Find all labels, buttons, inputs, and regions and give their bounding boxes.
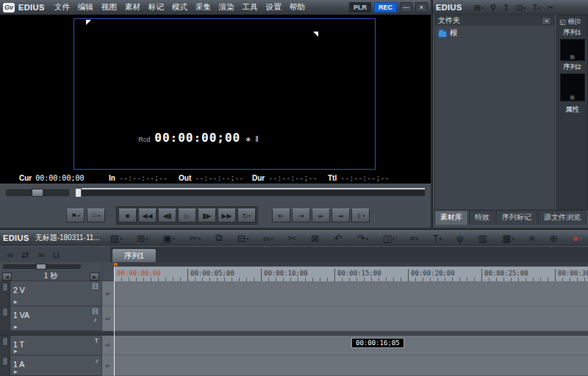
- jog-handle[interactable]: [32, 189, 43, 197]
- menu-edit[interactable]: 编辑: [74, 1, 97, 14]
- folder-tree-item-root[interactable]: 根: [438, 28, 551, 38]
- menu-view[interactable]: 视图: [98, 1, 121, 14]
- add-transition-button[interactable]: ◫▾: [383, 233, 395, 244]
- scale-left-button[interactable]: ◀: [2, 272, 12, 281]
- menu-settings[interactable]: 设置: [262, 1, 285, 14]
- menu-mode[interactable]: 模式: [168, 1, 191, 14]
- track-patch[interactable]: [0, 306, 10, 330]
- playhead-line[interactable]: [114, 267, 115, 376]
- zoom-slider[interactable]: [3, 264, 81, 269]
- audio-mute-icon[interactable]: ♪: [92, 316, 98, 323]
- timecode-scale[interactable]: 00:00:00;00 00:00:05;00 00:00:10;00 00:0…: [114, 267, 588, 281]
- track-header-1va[interactable]: 1 VA ▶ 日 ♪: [0, 306, 101, 331]
- set-in-button[interactable]: ⚑▾: [66, 209, 85, 223]
- tab-sequence1[interactable]: 序列1: [112, 248, 157, 262]
- timeline-ruler[interactable]: 00:00:00;00 00:00:05;00 00:00:10;00 00:0…: [114, 262, 588, 281]
- menu-render[interactable]: 渲染: [215, 1, 238, 14]
- video-mute-icon[interactable]: 日: [92, 308, 98, 315]
- save-project-button[interactable]: ▣▾: [163, 233, 175, 244]
- scale-right-button[interactable]: ▶: [90, 272, 99, 281]
- jog-slider[interactable]: [6, 189, 69, 196]
- clip-label-sequence2[interactable]: 序列2: [563, 62, 581, 72]
- tab-effects[interactable]: 特效: [469, 210, 495, 225]
- settings-button[interactable]: ⊕: [550, 233, 558, 244]
- open-project-button[interactable]: ⊞▾: [137, 233, 148, 244]
- redo-button[interactable]: ↷▾: [356, 233, 368, 244]
- layout-button[interactable]: ▦▾: [502, 233, 514, 244]
- tab-asset-library[interactable]: 素材库: [434, 210, 468, 225]
- menu-marker[interactable]: 标记: [145, 1, 168, 14]
- menu-file[interactable]: 文件: [51, 1, 74, 14]
- mixer-button[interactable]: ≡: [529, 233, 535, 244]
- clip-label-sequence1[interactable]: 序列1: [563, 28, 581, 37]
- export-record-button[interactable]: ●▾: [573, 233, 581, 244]
- play-button[interactable]: ▷: [178, 209, 196, 223]
- goto-out-button[interactable]: ⇥: [292, 209, 310, 223]
- position-bar[interactable]: [75, 188, 425, 196]
- replace-button[interactable]: ∞▾: [263, 233, 273, 244]
- track-patch[interactable]: [0, 336, 10, 355]
- up-level-button[interactable]: ↥: [503, 3, 509, 12]
- cut-button[interactable]: ✂: [547, 3, 553, 12]
- import-button[interactable]: ⊡▾: [516, 3, 526, 12]
- frame-back-button[interactable]: ◀▮: [158, 209, 176, 223]
- voiceover-button[interactable]: ψ: [456, 233, 463, 244]
- prev-edit-button[interactable]: ↞: [312, 209, 330, 223]
- audio-crossfade-button[interactable]: ≈▾: [409, 233, 417, 244]
- minimize-button[interactable]: —: [400, 2, 412, 12]
- time-scale-value[interactable]: 1 秒: [14, 271, 87, 281]
- view-mode-icon[interactable]: ◱: [559, 18, 566, 26]
- paste-button[interactable]: ⊟▾: [237, 233, 248, 244]
- rewind-button[interactable]: ◀◀: [138, 209, 157, 223]
- new-folder-button[interactable]: ⊞▾: [474, 3, 484, 12]
- rec-mode-button[interactable]: REC: [374, 2, 397, 12]
- insert-mode-icon[interactable]: ⊔: [53, 250, 60, 260]
- clip-thumbnail-sequence2[interactable]: ▤: [560, 73, 585, 101]
- add-title-button[interactable]: T▾: [532, 3, 540, 12]
- expand-track-icon[interactable]: ▶: [14, 348, 18, 353]
- menu-capture[interactable]: 采集: [192, 1, 215, 14]
- title-track-icon[interactable]: T: [95, 337, 99, 344]
- link-mode-icon[interactable]: ∞: [7, 250, 14, 260]
- track-sync-toggle-1t[interactable]: ↵: [102, 336, 114, 355]
- expand-track-icon[interactable]: ▶: [14, 299, 18, 304]
- tab-sequence-marker[interactable]: 序列标记: [496, 210, 537, 225]
- menu-clip[interactable]: 素材: [121, 1, 144, 14]
- playhead-marker[interactable]: [114, 263, 118, 266]
- track-lane-1va[interactable]: [114, 306, 588, 331]
- copy-button[interactable]: ⧉: [215, 232, 222, 244]
- position-handle[interactable]: [75, 188, 82, 198]
- tab-source-browser[interactable]: 源文件浏览: [538, 210, 587, 225]
- video-mute-icon[interactable]: 日: [92, 283, 98, 290]
- track-sync-toggle-1va[interactable]: ↵: [102, 306, 114, 331]
- timeline-lanes[interactable]: 00:00:00;00 00:00:05;00 00:00:10;00 00:0…: [114, 262, 588, 376]
- track-patch[interactable]: [0, 355, 10, 375]
- menu-help[interactable]: 帮助: [286, 1, 309, 14]
- frame-forward-button[interactable]: ▮▶: [198, 209, 216, 223]
- track-lane-2v[interactable]: [114, 281, 588, 306]
- new-sequence-button[interactable]: ▤▾: [110, 233, 122, 244]
- title-button[interactable]: T▾: [433, 233, 442, 244]
- track-header-1a[interactable]: 1 A ▶ ♪: [0, 355, 101, 376]
- track-sync-toggle-1a[interactable]: ↵: [102, 355, 114, 376]
- zoom-handle[interactable]: [36, 264, 46, 270]
- goto-in-button[interactable]: ⇤: [272, 209, 290, 223]
- audio-mute-icon[interactable]: ♪: [96, 357, 99, 364]
- track-sync-toggle-2v[interactable]: ↵: [102, 281, 114, 306]
- ripple-cut-button[interactable]: ✄: [288, 233, 296, 244]
- folder-panel-close-button[interactable]: ×: [542, 17, 551, 25]
- multicam-button[interactable]: ▥: [478, 233, 487, 244]
- stop-button[interactable]: ■: [118, 209, 137, 223]
- menu-tools[interactable]: 工具: [239, 1, 262, 14]
- plr-mode-button[interactable]: PLR: [349, 2, 371, 12]
- track-header-1t[interactable]: 1 T ▶ T: [0, 336, 101, 355]
- track-lane-1a[interactable]: [114, 355, 588, 376]
- next-edit-button[interactable]: ↠: [331, 209, 350, 223]
- search-button[interactable]: ⚲: [490, 3, 496, 12]
- sync-mode-icon[interactable]: ⇄: [22, 250, 29, 260]
- ripple-mode-icon[interactable]: ≍: [37, 250, 45, 260]
- close-button[interactable]: ×: [415, 2, 428, 12]
- expand-track-icon[interactable]: ▶: [14, 369, 18, 374]
- play-around-button[interactable]: ↻▾: [237, 209, 256, 223]
- track-header-2v[interactable]: 2 V ▶ 日: [0, 281, 101, 306]
